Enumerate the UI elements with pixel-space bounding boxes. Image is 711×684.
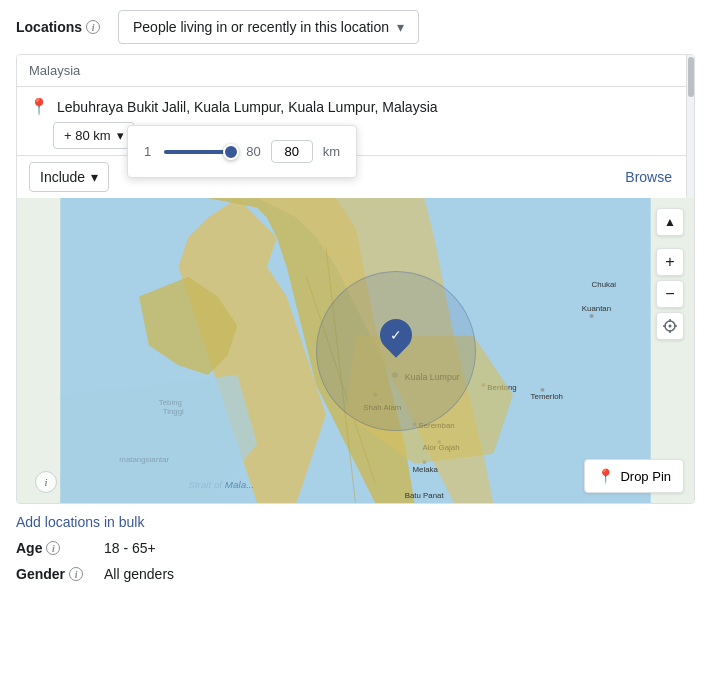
drop-pin-icon: 📍: [597, 468, 614, 484]
location-header: Malaysia: [17, 55, 694, 87]
locations-info-icon[interactable]: i: [86, 20, 100, 34]
gender-value: All genders: [104, 566, 174, 582]
svg-point-17: [590, 314, 594, 318]
gender-row: Gender i All genders: [16, 566, 695, 582]
slider-max-value: 80: [241, 144, 261, 159]
map-up-button[interactable]: ▲: [656, 208, 684, 236]
gender-label: Gender i: [16, 566, 96, 582]
map-controls: ▲ + −: [656, 208, 684, 340]
country-label: Malaysia: [29, 63, 80, 78]
age-label: Age i: [16, 540, 96, 556]
slider-min-label: 1: [144, 144, 154, 159]
slider-popup: 1 80 km: [127, 125, 357, 178]
drop-pin-button[interactable]: 📍 Drop Pin: [584, 459, 684, 493]
locations-text: Locations: [16, 19, 82, 35]
slider-value-input[interactable]: [271, 140, 313, 163]
map-info-button[interactable]: i: [35, 471, 57, 493]
svg-text:Batu Panat: Batu Panat: [405, 491, 445, 500]
locations-row: Locations i People living in or recently…: [16, 10, 695, 44]
pin-check-icon: ✓: [390, 327, 402, 343]
locate-button[interactable]: [656, 312, 684, 340]
drop-pin-label: Drop Pin: [620, 469, 671, 484]
scrollbar-thumb: [688, 57, 694, 97]
svg-text:Chukai: Chukai: [592, 280, 617, 289]
add-locations-link[interactable]: Add locations in bulk: [16, 514, 144, 530]
include-chevron-icon: ▾: [91, 169, 98, 185]
map-container: Kuala Lumpur Shah Alam Seremban Alor Gaj…: [17, 198, 694, 503]
browse-button[interactable]: Browse: [615, 163, 682, 191]
svg-point-26: [669, 325, 672, 328]
location-type-label: People living in or recently in this loc…: [133, 19, 389, 35]
svg-text:Melaka: Melaka: [413, 465, 439, 474]
zoom-out-button[interactable]: −: [656, 280, 684, 308]
slider-fill: [164, 150, 227, 154]
locate-icon: [663, 319, 677, 333]
location-name: 📍 Lebuhraya Bukit Jalil, Kuala Lumpur, K…: [29, 97, 674, 116]
age-value: 18 - 65+: [104, 540, 156, 556]
include-label: Include: [40, 169, 85, 185]
pin-marker-shape: ✓: [373, 313, 418, 358]
slider-unit-label: km: [323, 144, 340, 159]
age-row: Age i 18 - 65+: [16, 540, 695, 556]
include-button[interactable]: Include ▾: [29, 162, 109, 192]
radius-chevron-icon: ▾: [117, 128, 124, 143]
page-container: Locations i People living in or recently…: [0, 0, 711, 600]
locations-label: Locations i: [16, 19, 106, 35]
svg-text:Kuantan: Kuantan: [582, 304, 611, 313]
slider-track[interactable]: [164, 150, 231, 154]
location-pin-icon: 📍: [29, 97, 49, 116]
location-box: Malaysia 📍 Lebuhraya Bukit Jalil, Kuala …: [16, 54, 695, 504]
location-type-dropdown[interactable]: People living in or recently in this loc…: [118, 10, 419, 44]
gender-info-icon[interactable]: i: [69, 567, 83, 581]
zoom-in-button[interactable]: +: [656, 248, 684, 276]
location-pin-marker: ✓: [380, 319, 412, 351]
chevron-down-icon: ▾: [397, 19, 404, 35]
radius-label: + 80 km: [64, 128, 111, 143]
slider-thumb[interactable]: [223, 144, 239, 160]
radius-button[interactable]: + 80 km ▾: [53, 122, 135, 149]
svg-text:Temerloh: Temerloh: [531, 392, 563, 401]
location-address: Lebuhraya Bukit Jalil, Kuala Lumpur, Kua…: [57, 99, 438, 115]
age-info-icon[interactable]: i: [46, 541, 60, 555]
